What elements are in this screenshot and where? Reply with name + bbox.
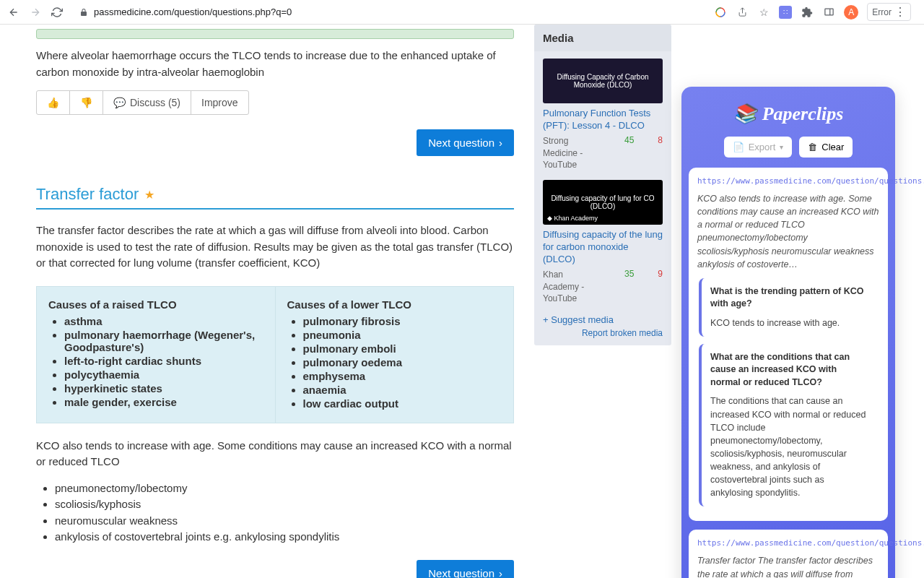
chevron-right-icon: › xyxy=(499,137,502,149)
books-icon: 📚 xyxy=(733,103,757,125)
downvote-count: 8 xyxy=(658,135,663,145)
extensions-puzzle-icon[interactable] xyxy=(801,6,814,19)
extension-purple-icon[interactable]: ∷ xyxy=(779,6,792,19)
svg-rect-4 xyxy=(825,9,833,15)
next-question-button-2[interactable]: Next question› xyxy=(417,560,514,579)
list-item: left-to-right cardiac shunts xyxy=(64,355,263,367)
list-item: male gender, exercise xyxy=(64,396,263,408)
title-divider xyxy=(36,208,514,210)
bookmark-star-icon[interactable]: ☆ xyxy=(757,6,770,19)
list-item: asthma xyxy=(64,315,263,327)
list-item: pulmonary haemorrhage (Wegener's, Goodpa… xyxy=(64,329,263,353)
kco-paragraph: KCO also tends to increase with age. Som… xyxy=(36,438,514,470)
paperclips-card: https://www.passmedicine.com/question/qu… xyxy=(689,530,888,578)
thumbs-down-button[interactable]: 👎 xyxy=(70,91,103,114)
list-item: low cardiac output xyxy=(303,397,502,410)
google-icon[interactable] xyxy=(714,6,727,19)
comment-icon: 💬 xyxy=(113,97,126,108)
chevron-down-icon: ▾ xyxy=(780,143,783,151)
list-item: pulmonary emboli xyxy=(303,342,502,355)
export-button[interactable]: 📄Export▾ xyxy=(724,137,793,158)
list-item: pneumonia xyxy=(303,329,502,341)
list-item: polycythaemia xyxy=(64,368,263,381)
thumb-up-icon: 👍 xyxy=(47,97,59,108)
media-header: Media xyxy=(534,25,671,51)
suggest-media-link[interactable]: + Suggest media xyxy=(543,314,614,325)
back-button[interactable] xyxy=(7,6,20,19)
card-url[interactable]: https://www.passmedicine.com/question/qu… xyxy=(697,538,924,548)
video-source: Strong Medicine - YouTube xyxy=(543,135,601,171)
list-item: emphysema xyxy=(303,370,502,382)
intro-paragraph: The transfer factor describes the rate a… xyxy=(36,223,514,272)
list-item: pulmonary oedema xyxy=(303,356,502,368)
video-thumbnail[interactable]: Diffusing capacity of lung for CO (DLCO)… xyxy=(543,180,663,225)
answer-banner xyxy=(36,29,514,39)
error-badge[interactable]: Error⋮ xyxy=(867,3,911,21)
video-link[interactable]: Pulmonary Function Tests (PFT): Lesson 4… xyxy=(543,108,663,132)
list-item: neuromuscular weakness xyxy=(55,513,514,530)
downvote-count: 9 xyxy=(658,269,663,279)
kco-list: pneumonectomy/lobectomy scoliosis/kyphos… xyxy=(36,480,514,545)
list-item: ankylosis of costovertebral joints e.g. … xyxy=(55,529,514,545)
reload-button[interactable] xyxy=(51,6,64,19)
qa-answer: The conditions that can cause an increas… xyxy=(710,394,869,499)
video-link[interactable]: Diffusing capacity of the lung for carbo… xyxy=(543,229,663,266)
clear-button[interactable]: 🗑Clear xyxy=(799,137,853,158)
card-excerpt: Transfer factor The transfer factor desc… xyxy=(697,554,879,578)
qa-question: What are the conditions that can cause a… xyxy=(710,351,869,389)
plus-icon: + xyxy=(543,314,551,325)
trash-icon: 🗑 xyxy=(808,142,817,152)
lock-icon xyxy=(79,8,88,17)
feedback-row: 👍 👎 💬Discuss (5) Improve xyxy=(36,90,249,115)
qa-answer: KCO tends to increase with age. xyxy=(710,316,869,329)
media-panel: Media Diffusing Capacity of Carbon Monox… xyxy=(534,25,671,345)
profile-avatar[interactable]: A xyxy=(844,5,858,20)
star-icon[interactable]: ★ xyxy=(144,188,154,202)
paperclips-card: https://www.passmedicine.com/question/qu… xyxy=(689,168,888,521)
discuss-button[interactable]: 💬Discuss (5) xyxy=(103,91,191,114)
list-item: pneumonectomy/lobectomy xyxy=(55,480,514,497)
qa-question: What is the trending pattern of KCO with… xyxy=(710,285,869,311)
url-bar[interactable]: passmedicine.com/question/questions.php?… xyxy=(94,7,292,17)
card-excerpt: KCO also tends to increase with age. Som… xyxy=(697,192,879,271)
browser-toolbar: passmedicine.com/question/questions.php?… xyxy=(0,0,924,25)
thumbs-up-button[interactable]: 👍 xyxy=(37,91,70,114)
thumb-down-icon: 👎 xyxy=(80,97,92,108)
video-thumbnail[interactable]: Diffusing Capacity of Carbon Monoxide (D… xyxy=(543,59,663,103)
paperclips-panel: 📚 Paperclips 📄Export▾ 🗑Clear https://www… xyxy=(681,87,895,578)
list-item: anaemia xyxy=(303,384,502,396)
panel-icon[interactable] xyxy=(822,6,835,19)
card-url[interactable]: https://www.passmedicine.com/question/qu… xyxy=(697,176,924,186)
tlco-table: Causes of a raised TLCO asthma pulmonary… xyxy=(36,286,514,423)
list-item: scoliosis/kyphosis xyxy=(55,496,514,513)
share-icon[interactable] xyxy=(736,6,749,19)
upvote-count: 35 xyxy=(624,269,634,279)
list-item: pulmonary fibrosis xyxy=(303,315,502,327)
next-question-button[interactable]: Next question› xyxy=(417,129,514,156)
section-title: Transfer factor ★ xyxy=(36,185,514,204)
paperclips-logo: 📚 Paperclips xyxy=(689,103,888,125)
alveolar-paragraph: Where alveolar haemorrhage occurs the TL… xyxy=(36,48,514,80)
chevron-right-icon: › xyxy=(499,567,502,579)
upvote-count: 45 xyxy=(624,135,634,145)
lower-cell: Causes of a lower TLCO pulmonary fibrosi… xyxy=(275,286,514,423)
file-icon: 📄 xyxy=(733,142,744,152)
list-item: hyperkinetic states xyxy=(64,382,263,394)
raised-cell: Causes of a raised TLCO asthma pulmonary… xyxy=(37,286,276,423)
improve-button[interactable]: Improve xyxy=(191,91,248,114)
qa-card: What is the trending pattern of KCO with… xyxy=(699,278,878,337)
video-source: Khan Academy - YouTube xyxy=(543,269,601,305)
forward-button[interactable] xyxy=(29,6,42,19)
qa-card: What are the conditions that can cause a… xyxy=(699,344,878,507)
report-broken-link[interactable]: Report broken media xyxy=(543,328,663,338)
